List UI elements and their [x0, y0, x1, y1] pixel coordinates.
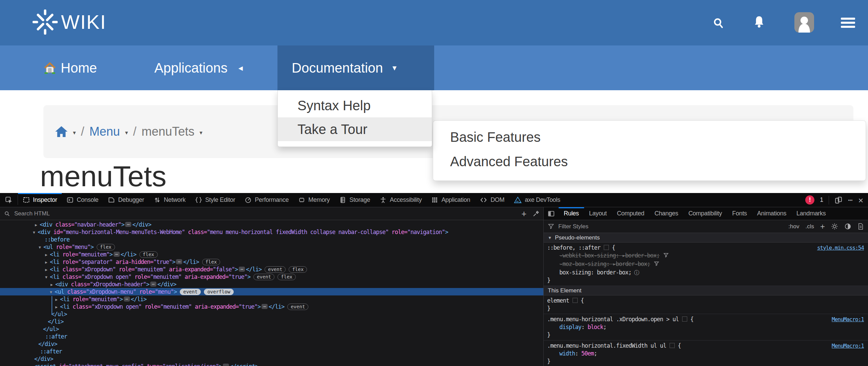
rule-selector[interactable]: ::before, ::after	[547, 244, 600, 251]
responsive-mode-icon[interactable]	[834, 196, 843, 204]
stylesheet-source-link[interactable]: MenuMacro:1	[832, 315, 864, 323]
inline-ellipsis-icon[interactable]: ⋯	[114, 252, 120, 257]
css-declaration[interactable]: display: block;	[547, 323, 865, 331]
selector-highlighter-icon[interactable]	[573, 298, 578, 303]
inline-ellipsis-icon[interactable]: ⋯	[262, 304, 268, 309]
search-icon[interactable]	[712, 17, 725, 30]
selector-highlighter-icon[interactable]	[670, 343, 675, 348]
inline-ellipsis-icon[interactable]: ⋯	[150, 282, 156, 287]
sidebar-tab-rules[interactable]: Rules	[559, 207, 584, 220]
markup-node-selected[interactable]: ▼<ul class="xDropdown-menu" role="menu">…	[0, 288, 543, 295]
devtools-tab-debugger[interactable]: Debugger	[103, 193, 149, 207]
overridden-filter-icon[interactable]	[654, 261, 659, 269]
devtools-tab-axe-devtools[interactable]: axaxe DevTools	[509, 193, 565, 207]
breadcrumb-caret-icon[interactable]: ▾	[199, 127, 202, 136]
devtools-tab-network[interactable]: Network	[149, 193, 190, 207]
print-simulation-icon[interactable]	[857, 223, 864, 230]
collapse-twisty-icon[interactable]: ▼	[50, 289, 55, 296]
add-rule-icon[interactable]: +	[820, 222, 825, 231]
markup-node[interactable]: </li>	[0, 318, 543, 325]
rule-selector[interactable]: .menu.menu-horizontal .xDropdown.open > …	[547, 316, 679, 323]
event-badge[interactable]: event	[287, 304, 308, 310]
markup-node[interactable]: ▼<div id="menu-horizontal-Menu-menuTets-…	[0, 228, 543, 236]
menu-item-syntax-help[interactable]: Syntax Help	[278, 94, 432, 117]
selector-highlighter-icon[interactable]	[604, 245, 609, 250]
devtools-tab-style-editor[interactable]: Style Editor	[190, 193, 240, 207]
light-scheme-icon[interactable]	[831, 223, 838, 230]
inline-ellipsis-icon[interactable]: ⋯	[125, 222, 131, 227]
bell-icon[interactable]	[753, 15, 766, 29]
event-badge[interactable]: event	[180, 289, 201, 295]
markup-node[interactable]: ::after	[0, 333, 543, 340]
markup-node[interactable]: </div>	[0, 340, 543, 348]
markup-node[interactable]: </ul>	[0, 310, 543, 318]
close-devtools-icon[interactable]: ✕	[859, 195, 863, 205]
menu-item-take-a-tour[interactable]: Take a Tour	[278, 117, 432, 141]
section-caret-icon[interactable]: ▼	[548, 235, 552, 240]
filter-styles-input[interactable]	[558, 223, 785, 230]
sidebar-tab-landmarks[interactable]: Landmarks	[791, 207, 831, 220]
sidebar-tab-computed[interactable]: Computed	[612, 207, 650, 220]
markup-node[interactable]: ▼<li class="xDropdown open" role="menuit…	[0, 273, 543, 281]
devtools-tab-inspector[interactable]: Inspector	[18, 193, 62, 207]
markup-node[interactable]: ::after	[0, 348, 543, 355]
overridden-filter-icon[interactable]	[663, 252, 669, 260]
stylesheet-source-link[interactable]: MenuMacro:1	[832, 342, 864, 350]
expand-twisty-icon[interactable]: ▶	[45, 266, 50, 274]
pseudo-class-toggle[interactable]: :hov	[788, 223, 799, 230]
collapse-twisty-icon[interactable]: ▼	[39, 244, 43, 251]
sidebar-tab-layout[interactable]: Layout	[584, 207, 612, 220]
expand-twisty-icon[interactable]: ▶	[55, 296, 60, 304]
markup-node[interactable]: </div>	[0, 355, 543, 363]
expand-twisty-icon[interactable]: ▶	[45, 251, 50, 259]
expand-twisty-icon[interactable]: ▶	[35, 221, 40, 229]
selector-highlighter-icon[interactable]	[682, 316, 687, 322]
breadcrumb-caret-icon[interactable]: ▾	[125, 127, 128, 136]
sidebar-tab-animations[interactable]: Animations	[752, 207, 791, 220]
collapse-twisty-icon[interactable]: ▼	[45, 274, 50, 281]
breadcrumb-link-menu[interactable]: Menu	[90, 124, 120, 139]
markup-node[interactable]: ::before	[0, 236, 543, 243]
breadcrumb-caret-icon[interactable]: ▾	[73, 127, 76, 136]
info-icon[interactable]: ⓘ	[634, 269, 639, 276]
hamburger-icon[interactable]	[841, 18, 855, 28]
collapse-sidebar-icon[interactable]	[544, 207, 559, 220]
node-picker-icon[interactable]	[0, 193, 18, 207]
expand-twisty-icon[interactable]: ▶	[45, 259, 50, 266]
rules-section-header[interactable]: ▼Pseudo-elements	[544, 233, 868, 243]
submenu-item-advanced-features[interactable]: Advanced Features	[433, 149, 866, 174]
devtools-tab-accessibility[interactable]: Accessibility	[375, 193, 426, 207]
flex-badge[interactable]: flex	[277, 274, 296, 280]
search-html-input[interactable]	[14, 210, 518, 217]
inline-ellipsis-icon[interactable]: ⋯	[176, 259, 182, 264]
rule-selector[interactable]: element	[547, 297, 569, 304]
eyedropper-icon[interactable]	[533, 210, 539, 217]
flex-badge[interactable]: flex	[139, 251, 158, 258]
css-declaration[interactable]: -webkit-box-sizing: ▸border-box;	[547, 252, 865, 260]
expand-twisty-icon[interactable]: ▶	[51, 281, 55, 289]
devtools-tab-application[interactable]: Application	[426, 193, 475, 207]
add-node-icon[interactable]: +	[522, 210, 526, 217]
event-badge[interactable]: event	[253, 274, 274, 280]
markup-node[interactable]: ▶<li role="menuitem">⋯</li>flex	[0, 251, 543, 258]
nav-item-documentation[interactable]: Documentation ▾	[277, 45, 434, 90]
markup-node[interactable]: ▶<li role="separator" aria-hidden="true"…	[0, 258, 543, 266]
devtools-tab-dom[interactable]: DOM	[475, 193, 509, 207]
css-declaration[interactable]: -moz-box-sizing: ▸border-box;	[547, 260, 865, 269]
markup-node[interactable]: ▶<script id="attachment-move-config" typ…	[0, 363, 543, 366]
markup-node[interactable]: ▶<div class="navbar-header">⋯</div>	[0, 221, 543, 228]
css-declaration[interactable]: width: 50em;	[547, 350, 865, 358]
inline-ellipsis-icon[interactable]: ⋯	[239, 267, 245, 272]
event-badge[interactable]: event	[265, 266, 286, 273]
markup-node[interactable]: ▼<ul role="menu">flex	[0, 243, 543, 251]
class-toggle[interactable]: .cls	[805, 223, 814, 230]
flex-badge[interactable]: flex	[202, 259, 220, 265]
markup-node[interactable]: </ul>	[0, 325, 543, 333]
error-badge-icon[interactable]: !	[805, 195, 814, 205]
dark-scheme-icon[interactable]	[844, 223, 851, 230]
avatar[interactable]	[794, 12, 814, 33]
markup-node[interactable]: ▶<li class="xDropdown" role="menuitem" a…	[0, 266, 543, 273]
meatball-menu-icon[interactable]: ⋯	[848, 196, 853, 204]
sidebar-tab-fonts[interactable]: Fonts	[727, 207, 752, 220]
markup-node[interactable]: ▶<div class="xDropdown-header">⋯</div>	[0, 281, 543, 288]
